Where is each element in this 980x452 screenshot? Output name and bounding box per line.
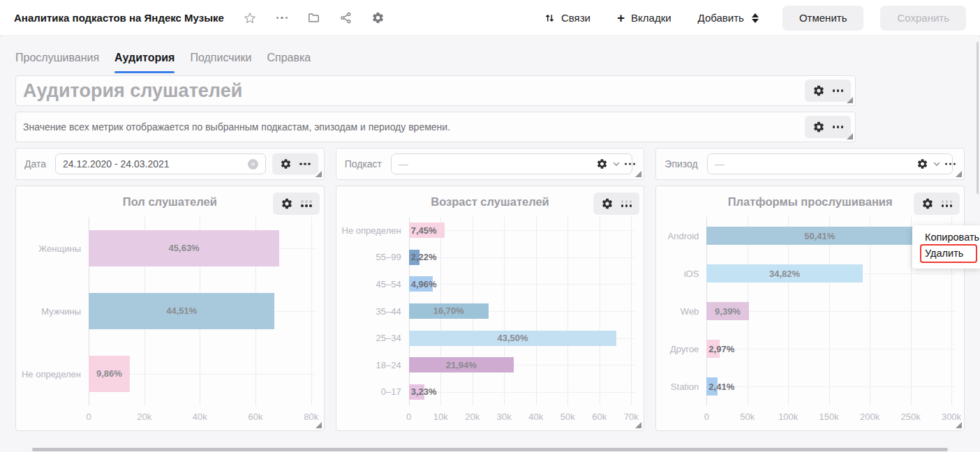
- bar-value-label: 21,94%: [446, 360, 477, 370]
- widget-gear-icon[interactable]: [280, 158, 292, 170]
- bar-Android[interactable]: 50,41%: [706, 227, 933, 245]
- x-tick-label: 100k: [778, 412, 798, 422]
- x-tick-label: 0: [86, 412, 91, 422]
- tab-spravka[interactable]: Справка: [267, 52, 311, 73]
- expand-collapse-icon: [752, 13, 759, 23]
- bar-25–34[interactable]: 43,50%: [409, 331, 617, 346]
- widget-more-icon[interactable]: [942, 200, 953, 207]
- category-label: 35–44: [345, 298, 409, 325]
- widget-gear-icon[interactable]: [812, 121, 825, 133]
- bar-value-label: 4,96%: [411, 279, 437, 289]
- resize-handle[interactable]: [847, 133, 853, 140]
- x-axis: 010k20k30k40k50k60k70k: [409, 412, 632, 423]
- description-widget: Значение всех метрик отображается по выб…: [15, 112, 856, 142]
- x-tick-label: 60k: [592, 412, 607, 422]
- podcast-select-value: —: [399, 158, 408, 170]
- resize-handle[interactable]: [956, 171, 962, 177]
- widget-more-icon[interactable]: [945, 163, 956, 165]
- add-button[interactable]: Добавить: [698, 12, 759, 24]
- bar-row: 9,39%: [706, 292, 951, 330]
- resize-handle[interactable]: [847, 97, 853, 103]
- tab-podpischiki[interactable]: Подписчики: [190, 52, 251, 73]
- page-title: Аудитория слушателей: [23, 80, 242, 102]
- x-tick-label: 60k: [248, 412, 263, 422]
- filter-date-controls[interactable]: [272, 153, 318, 175]
- bar-value-label: 50,41%: [804, 231, 835, 241]
- more-icon[interactable]: [274, 10, 290, 26]
- bar-Не определен[interactable]: 9,86%: [89, 356, 130, 391]
- filter-episode-controls[interactable]: [915, 156, 958, 173]
- date-range-input[interactable]: 24.12.2020 - 24.03.2021 ×: [55, 153, 266, 174]
- save-button[interactable]: Сохранить: [880, 6, 966, 31]
- category-label: 18–24: [345, 352, 409, 379]
- widget-gear-icon[interactable]: [921, 197, 934, 210]
- category-label: Женщины: [24, 217, 89, 280]
- bar-row: 4,96%: [409, 271, 632, 298]
- chart-gender-controls[interactable]: [273, 193, 320, 215]
- widget-more-icon[interactable]: [833, 89, 844, 92]
- resize-handle[interactable]: [956, 422, 962, 428]
- bar-row: 2,22%: [409, 244, 632, 271]
- menu-item-delete[interactable]: Удалить: [912, 246, 980, 262]
- tabs-button[interactable]: + Вкладки: [617, 11, 671, 24]
- filter-episode-label: Эпизод: [665, 158, 697, 170]
- cancel-button[interactable]: Отменить: [782, 6, 864, 31]
- x-tick-label: 300k: [942, 412, 961, 422]
- resize-handle[interactable]: [315, 171, 322, 177]
- filter-date: Дата 24.12.2020 - 24.03.2021 ×: [15, 148, 325, 180]
- category-label: 45–54: [345, 271, 409, 298]
- filter-podcast-controls[interactable]: [595, 156, 637, 173]
- widget-gear-icon[interactable]: [601, 197, 614, 210]
- chevron-down-icon: [933, 162, 940, 167]
- bar-value-label: 44,51%: [166, 306, 197, 316]
- widget-more-icon[interactable]: [299, 163, 311, 165]
- chevron-down-icon: [613, 162, 620, 167]
- x-tick-label: 150k: [819, 412, 839, 422]
- category-label: 0–17: [345, 378, 409, 405]
- chart-plot-area: AndroidiOSWebДругоеStation 50,41%34,82%9…: [665, 217, 951, 405]
- category-label: Android: [665, 217, 706, 255]
- widget-gear-icon[interactable]: [812, 84, 825, 97]
- filter-date-label: Дата: [24, 158, 46, 170]
- widget-more-icon[interactable]: [301, 200, 312, 207]
- connections-button[interactable]: Связи: [544, 12, 591, 24]
- title-widget-controls[interactable]: [805, 80, 852, 102]
- dashboard-content: Прослушивания Аудитория Подписчики Справ…: [0, 37, 980, 452]
- bar-value-label: 9,86%: [96, 368, 122, 379]
- widget-more-icon[interactable]: [625, 163, 636, 165]
- chart-plot-area: ЖенщиныМужчиныНе определен 45,63%44,51%9…: [24, 217, 311, 405]
- resize-handle[interactable]: [315, 422, 322, 428]
- topbar-right-actions: Связи + Вкладки Добавить Отменить Сохран…: [518, 6, 966, 31]
- widget-more-icon[interactable]: [621, 200, 632, 207]
- folder-icon[interactable]: [306, 10, 322, 26]
- resize-handle[interactable]: [635, 422, 641, 428]
- menu-item-copy[interactable]: Копировать: [912, 229, 980, 246]
- charts-row: Пол слушателей ЖенщиныМужчиныНе определе…: [15, 186, 965, 431]
- bar-iOS[interactable]: 34,82%: [706, 264, 862, 282]
- tab-proslushivaniya[interactable]: Прослушивания: [15, 52, 99, 73]
- tab-auditoriya[interactable]: Аудитория: [114, 52, 175, 73]
- star-icon[interactable]: [242, 10, 258, 26]
- clear-icon[interactable]: ×: [248, 159, 258, 170]
- widget-more-icon[interactable]: [833, 126, 844, 128]
- scrollbar-thumb[interactable]: [977, 42, 979, 194]
- bar-value-label: 2,22%: [411, 252, 437, 262]
- description-widget-controls[interactable]: [805, 116, 852, 138]
- settings-icon[interactable]: [371, 10, 386, 26]
- bar-Web[interactable]: 9,39%: [706, 302, 748, 320]
- chart-platforms-controls[interactable]: [914, 193, 960, 215]
- bar-Женщины[interactable]: 45,63%: [89, 230, 279, 266]
- widget-gear-icon[interactable]: [596, 158, 608, 170]
- x-tick-label: 20k: [465, 412, 480, 422]
- resize-handle[interactable]: [635, 171, 641, 177]
- bar-35–44[interactable]: 16,70%: [409, 303, 489, 319]
- x-tick-label: 50k: [560, 412, 575, 422]
- title-widget: Аудитория слушателей: [15, 75, 856, 106]
- bar-row: 21,94%: [409, 352, 632, 379]
- bar-18–24[interactable]: 21,94%: [409, 357, 514, 372]
- chart-age-controls[interactable]: [593, 193, 640, 215]
- widget-gear-icon[interactable]: [916, 158, 928, 170]
- widget-gear-icon[interactable]: [281, 197, 293, 210]
- share-icon[interactable]: [339, 10, 354, 26]
- bar-Мужчины[interactable]: 44,51%: [89, 293, 274, 329]
